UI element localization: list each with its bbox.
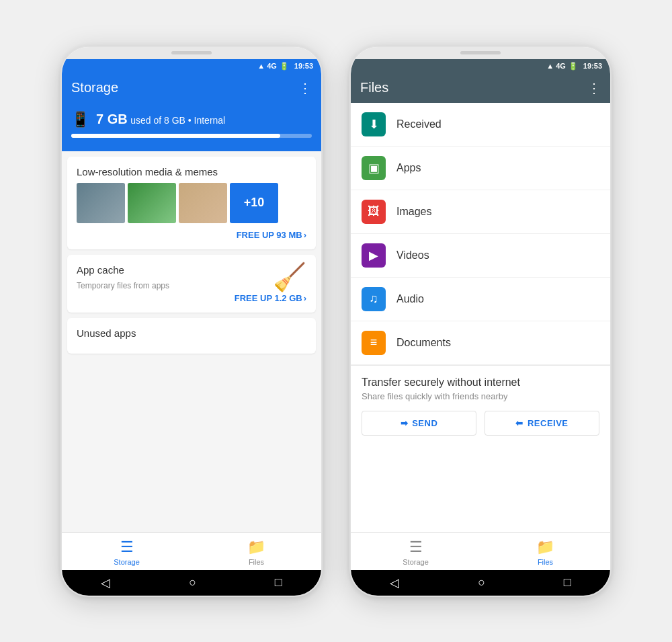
phone-screen-files: ▲ 4G 🔋 19:53 Files ⋮ ⬇ Received ▣ Apps — [351, 59, 610, 596]
phone-storage: ▲ 4G 🔋 19:53 Storage ⋮ 📱 7 GB used of 8 … — [60, 46, 323, 597]
files-item-documents[interactable]: ≡ Documents — [351, 321, 610, 365]
documents-icon: ≡ — [362, 331, 386, 355]
receive-button[interactable]: ⬅ RECEIVE — [485, 411, 599, 436]
app-bar-title-storage: Storage — [71, 80, 118, 95]
speaker-1 — [171, 51, 212, 54]
media-thumbnails: +10 — [77, 183, 306, 223]
storage-nav-label: Storage — [114, 558, 140, 566]
status-time-1: 19:53 — [294, 62, 313, 70]
app-bar-storage: Storage ⋮ — [62, 73, 321, 103]
transfer-subtitle: Share files quickly with friends nearby — [362, 391, 599, 401]
storage-header: 📱 7 GB used of 8 GB • Internal — [62, 103, 321, 151]
storage-info: 📱 7 GB used of 8 GB • Internal — [71, 111, 312, 128]
signal-icon-1: ▲ 4G — [257, 62, 277, 70]
system-nav-1: ◁ ○ □ — [62, 570, 321, 596]
home-button-2[interactable]: ○ — [478, 575, 485, 590]
audio-icon: ♫ — [362, 287, 386, 311]
nav-item-files[interactable]: 📁 Files — [192, 533, 321, 570]
screen-content-storage: Low-resolution media & memes +10 FREE UP… — [62, 151, 321, 532]
app-cache-content: App cache Temporary files from apps 🧹 — [77, 264, 306, 293]
app-cache-text: App cache Temporary files from apps — [77, 264, 169, 290]
nav-item-storage[interactable]: ☰ Storage — [62, 533, 192, 570]
videos-label: Videos — [396, 249, 429, 262]
received-icon: ⬇ — [362, 112, 386, 136]
app-cache-subtitle: Temporary files from apps — [77, 281, 169, 290]
files-nav-icon-2: 📁 — [536, 538, 554, 556]
phones-container: ▲ 4G 🔋 19:53 Storage ⋮ 📱 7 GB used of 8 … — [60, 46, 612, 597]
files-nav-label: Files — [249, 558, 264, 566]
status-bar-1: ▲ 4G 🔋 19:53 — [62, 59, 321, 73]
storage-nav-icon-2: ☰ — [409, 538, 423, 556]
thumbnail-plus: +10 — [230, 183, 278, 223]
nav-item-files-2[interactable]: 📁 Files — [480, 533, 610, 570]
files-item-audio[interactable]: ♫ Audio — [351, 278, 610, 321]
storage-bar-fill — [71, 134, 280, 138]
free-up-cache-link[interactable]: FREE UP 1.2 GB › — [77, 293, 306, 303]
files-item-videos[interactable]: ▶ Videos — [351, 234, 610, 278]
storage-bar-bg — [71, 134, 312, 138]
transfer-section: Transfer securely without internet Share… — [351, 365, 610, 446]
media-card-title: Low-resolution media & memes — [77, 166, 306, 177]
files-nav-icon: 📁 — [247, 538, 265, 556]
recents-button-2[interactable]: □ — [564, 575, 571, 590]
status-bar-2: ▲ 4G 🔋 19:53 — [351, 59, 610, 73]
free-up-media-link[interactable]: FREE UP 93 MB › — [77, 230, 306, 240]
battery-icon-2: 🔋 — [569, 62, 578, 71]
send-icon: ➡ — [401, 418, 409, 428]
back-button-2[interactable]: ◁ — [390, 575, 399, 590]
signal-icon-2: ▲ 4G — [546, 62, 566, 70]
system-nav-2: ◁ ○ □ — [351, 570, 610, 596]
bottom-nav-files-screen: ☰ Storage 📁 Files — [351, 532, 610, 570]
transfer-title: Transfer securely without internet — [362, 376, 599, 389]
battery-icon-1: 🔋 — [280, 62, 289, 71]
speaker-2 — [460, 51, 501, 54]
receive-icon: ⬅ — [515, 418, 523, 428]
receive-label: RECEIVE — [528, 418, 569, 428]
apps-icon: ▣ — [362, 156, 386, 180]
images-icon: 🖼 — [362, 200, 386, 224]
media-card: Low-resolution media & memes +10 FREE UP… — [67, 157, 316, 249]
documents-label: Documents — [396, 337, 451, 349]
phone-files: ▲ 4G 🔋 19:53 Files ⋮ ⬇ Received ▣ Apps — [349, 46, 612, 597]
files-item-images[interactable]: 🖼 Images — [351, 190, 610, 234]
app-bar-title-files: Files — [360, 80, 388, 95]
status-time-2: 19:53 — [583, 62, 602, 70]
apps-label: Apps — [396, 162, 421, 174]
unused-apps-card: Unused apps — [67, 318, 316, 354]
storage-gb: 7 GB — [96, 112, 128, 126]
bottom-nav-storage-screen: ☰ Storage 📁 Files — [62, 532, 321, 570]
files-nav-label-2: Files — [538, 558, 553, 566]
files-list: ⬇ Received ▣ Apps 🖼 Images ▶ Videos ♫ — [351, 103, 610, 532]
transfer-buttons: ➡ SEND ⬅ RECEIVE — [362, 411, 599, 436]
app-cache-title: App cache — [77, 264, 169, 276]
menu-button-files[interactable]: ⋮ — [587, 80, 601, 96]
audio-label: Audio — [396, 293, 424, 305]
send-label: SEND — [412, 418, 437, 428]
nav-item-storage-2[interactable]: ☰ Storage — [351, 533, 480, 570]
received-label: Received — [396, 118, 442, 130]
home-button-1[interactable]: ○ — [189, 575, 196, 590]
app-cache-card: App cache Temporary files from apps 🧹 FR… — [67, 255, 316, 313]
storage-nav-label-2: Storage — [403, 558, 429, 566]
back-button-1[interactable]: ◁ — [101, 575, 110, 590]
images-label: Images — [396, 206, 431, 218]
phone-screen-storage: ▲ 4G 🔋 19:53 Storage ⋮ 📱 7 GB used of 8 … — [62, 59, 321, 596]
phone-device-icon: 📱 — [71, 111, 89, 128]
thumbnail-2 — [128, 183, 176, 223]
send-button[interactable]: ➡ SEND — [362, 411, 476, 436]
menu-button-storage[interactable]: ⋮ — [298, 80, 312, 96]
app-bar-files: Files ⋮ — [351, 73, 610, 103]
storage-used-label: used of 8 GB • Internal — [130, 115, 225, 126]
videos-icon: ▶ — [362, 243, 386, 268]
phone-notch-2 — [351, 47, 610, 59]
recents-button-1[interactable]: □ — [275, 575, 282, 590]
files-item-apps[interactable]: ▣ Apps — [351, 147, 610, 190]
cache-illustration: 🧹 — [273, 262, 306, 293]
thumbnail-3 — [179, 183, 227, 223]
unused-apps-title: Unused apps — [77, 327, 306, 339]
thumbnail-1 — [77, 183, 125, 223]
files-item-received[interactable]: ⬇ Received — [351, 103, 610, 147]
storage-nav-icon: ☰ — [120, 538, 134, 556]
storage-text-block: 7 GB used of 8 GB • Internal — [96, 112, 225, 127]
phone-notch-1 — [62, 47, 321, 59]
